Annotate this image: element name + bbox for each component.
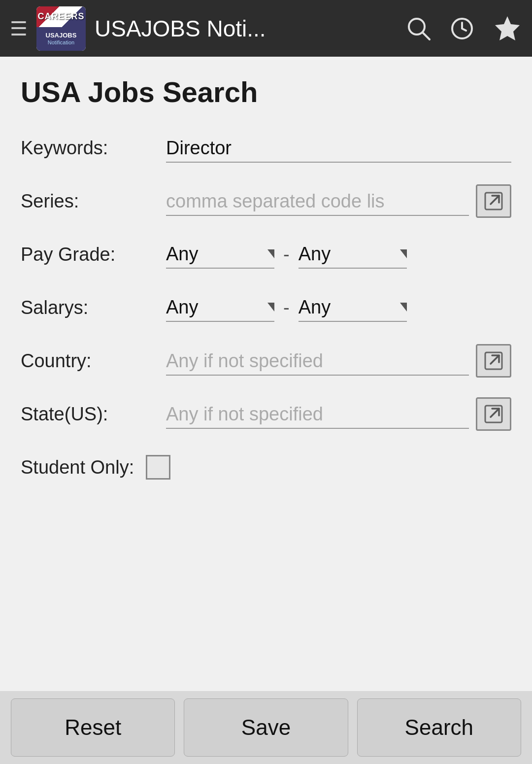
page-title: USA Jobs Search	[21, 75, 511, 108]
logo-top: CAREERS	[36, 6, 86, 27]
state-external-button[interactable]	[476, 397, 511, 431]
svg-line-5	[491, 196, 499, 204]
salary-from-dropdown[interactable]: Any	[166, 294, 274, 322]
history-icon[interactable]	[449, 16, 475, 41]
pay-grade-label: Pay Grade:	[21, 244, 166, 265]
search-icon[interactable]	[406, 16, 432, 41]
salary-row: Salarys: Any - Any	[21, 288, 511, 327]
country-label: Country:	[21, 350, 166, 372]
pay-grade-from-arrow	[267, 249, 274, 258]
salary-label: Salarys:	[21, 297, 166, 318]
svg-line-7	[491, 355, 499, 364]
series-external-button[interactable]	[476, 184, 511, 218]
pay-grade-row: Pay Grade: Any - Any	[21, 235, 511, 274]
salary-separator: -	[283, 297, 290, 318]
reset-button[interactable]: Reset	[11, 698, 175, 757]
state-input[interactable]	[166, 400, 469, 429]
pay-grade-to-dropdown[interactable]: Any	[299, 241, 407, 269]
series-row: Series:	[21, 181, 511, 221]
keywords-field	[166, 134, 511, 163]
keywords-label: Keywords:	[21, 138, 166, 159]
salary-field: Any - Any	[166, 294, 511, 322]
country-input-group	[166, 344, 511, 378]
salary-dropdowns: Any - Any	[166, 294, 407, 322]
country-row: Country:	[21, 341, 511, 381]
student-only-checkbox[interactable]	[146, 455, 170, 480]
svg-line-1	[423, 33, 430, 39]
logo-top-text: CAREERS	[37, 11, 84, 22]
state-label: State(US):	[21, 404, 166, 425]
pay-grade-dropdowns: Any - Any	[166, 241, 407, 269]
keywords-row: Keywords:	[21, 128, 511, 168]
pay-grade-to-value: Any	[299, 243, 395, 265]
state-input-group	[166, 397, 511, 431]
student-only-row: Student Only:	[21, 448, 511, 487]
app-title: USAJOBS Noti...	[95, 15, 397, 42]
state-row: State(US):	[21, 394, 511, 434]
star-icon[interactable]	[493, 14, 522, 43]
search-button[interactable]: Search	[357, 698, 521, 757]
series-field	[166, 184, 511, 218]
menu-icon[interactable]: ☰	[10, 19, 28, 38]
series-label: Series:	[21, 191, 166, 212]
pay-grade-field: Any - Any	[166, 241, 511, 269]
keywords-input[interactable]	[166, 134, 511, 163]
state-field	[166, 397, 511, 431]
salary-from-arrow	[267, 303, 274, 312]
header-action-icons	[406, 14, 522, 43]
app-logo: CAREERS USAJOBS Notification	[36, 6, 86, 51]
logo-usajobs-text: USAJOBS	[46, 32, 77, 39]
salary-from-value: Any	[166, 297, 263, 318]
logo-bottom: USAJOBS Notification	[36, 27, 86, 51]
spacer	[21, 501, 511, 681]
external-link-icon	[484, 351, 503, 370]
series-input[interactable]	[166, 187, 469, 216]
salary-to-arrow	[400, 303, 407, 312]
svg-marker-3	[495, 16, 520, 40]
logo-notification-text: Notification	[48, 39, 74, 46]
country-field	[166, 344, 511, 378]
main-content: USA Jobs Search Keywords: Series:	[0, 57, 532, 691]
bottom-bar: Reset Save Search	[0, 691, 532, 764]
save-button[interactable]: Save	[184, 698, 348, 757]
pay-grade-separator: -	[283, 244, 290, 265]
series-input-group	[166, 184, 511, 218]
student-only-label: Student Only:	[21, 457, 134, 478]
pay-grade-from-dropdown[interactable]: Any	[166, 241, 274, 269]
salary-to-value: Any	[299, 297, 395, 318]
external-link-icon	[484, 192, 503, 210]
svg-line-9	[491, 409, 499, 417]
pay-grade-to-arrow	[400, 249, 407, 258]
pay-grade-from-value: Any	[166, 243, 263, 265]
salary-to-dropdown[interactable]: Any	[299, 294, 407, 322]
external-link-icon	[484, 405, 503, 423]
app-header: ☰ CAREERS USAJOBS Notification USAJOBS N…	[0, 0, 532, 57]
country-input[interactable]	[166, 347, 469, 376]
country-external-button[interactable]	[476, 344, 511, 378]
